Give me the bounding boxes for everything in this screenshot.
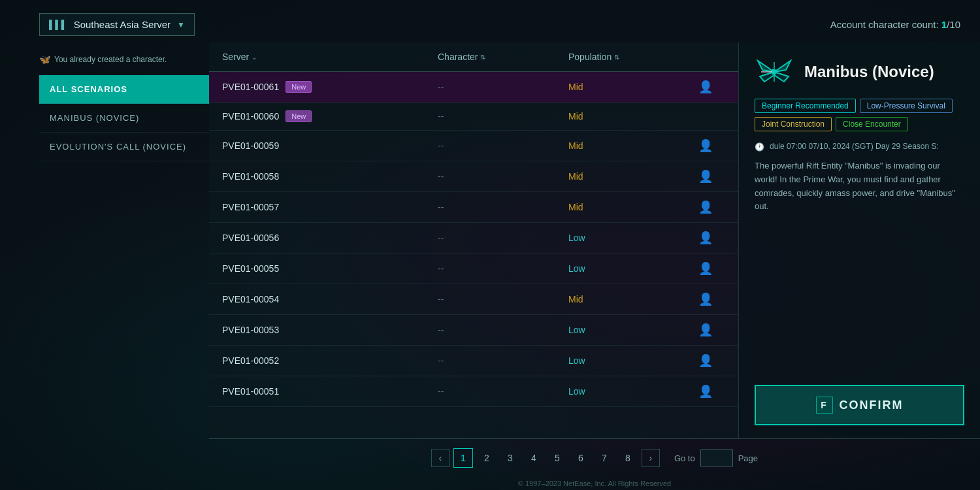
confirm-button[interactable]: F CONFIRM bbox=[755, 385, 964, 425]
col-icon-header bbox=[686, 52, 725, 62]
server-id: PVE01-00061 bbox=[222, 82, 279, 92]
person-icon: 👤 bbox=[686, 292, 725, 306]
page-label: Page bbox=[738, 453, 758, 463]
sidebar-notice: 🦋 You already created a character. bbox=[39, 49, 209, 75]
person-icon: 👤 bbox=[686, 384, 725, 399]
page-btn-7[interactable]: 7 bbox=[595, 448, 614, 468]
clock-icon: 🕐 bbox=[755, 142, 764, 152]
table-row[interactable]: PVE01-00051 -- Low 👤 bbox=[209, 376, 738, 407]
prev-page-button[interactable]: ‹ bbox=[431, 449, 449, 467]
table-row[interactable]: PVE01-00053 -- Low 👤 bbox=[209, 315, 738, 346]
server-name-cell: PVE01-00059 bbox=[222, 140, 438, 151]
population-cell: Low bbox=[568, 325, 686, 335]
new-badge: New bbox=[286, 110, 312, 122]
server-id: PVE01-00058 bbox=[222, 171, 279, 182]
character-cell: -- bbox=[438, 355, 568, 366]
person-icon: 👤 bbox=[686, 261, 725, 276]
page-btn-5[interactable]: 5 bbox=[547, 448, 567, 468]
goto-input[interactable] bbox=[700, 449, 733, 466]
server-name-cell: PVE01-00056 bbox=[222, 233, 438, 243]
scenario-header: Manibus (Novice) bbox=[755, 56, 964, 88]
server-name-cell: PVE01-00054 bbox=[222, 294, 438, 304]
new-badge: New bbox=[286, 81, 312, 93]
server-id: PVE01-00059 bbox=[222, 140, 279, 151]
server-name-cell: PVE01-00057 bbox=[222, 202, 438, 212]
page-btn-4[interactable]: 4 bbox=[524, 448, 544, 468]
server-name-label: Southeast Asia Server bbox=[74, 19, 171, 30]
pagination: ‹ 12345678 › Go to Page bbox=[209, 438, 980, 477]
server-id: PVE01-00052 bbox=[222, 355, 279, 366]
sidebar-item-evolutions-call[interactable]: EVOLUTION'S CALL (NOVICE) bbox=[39, 133, 209, 161]
character-cell: -- bbox=[438, 140, 568, 151]
header: ▌▌▌ Southeast Asia Server ▼ Account char… bbox=[0, 0, 980, 42]
server-name-cell: PVE01-00061 New bbox=[222, 81, 438, 93]
person-icon: 👤 bbox=[686, 80, 725, 94]
population-cell: Low bbox=[568, 233, 686, 243]
person-icon: 👤 bbox=[686, 139, 725, 153]
page-buttons: 12345678 bbox=[453, 448, 638, 468]
sort-character-icon[interactable]: ⇅ bbox=[480, 54, 485, 61]
server-id: PVE01-00051 bbox=[222, 386, 279, 397]
butterfly-icon: 🦋 bbox=[39, 54, 50, 65]
sidebar: 🦋 You already created a character. ALL S… bbox=[39, 42, 209, 490]
character-cell: -- bbox=[438, 171, 568, 182]
next-page-button[interactable]: › bbox=[642, 449, 660, 467]
signal-icon: ▌▌▌ bbox=[49, 20, 67, 29]
content-area: 🦋 You already created a character. ALL S… bbox=[0, 42, 980, 490]
server-name-cell: PVE01-00051 bbox=[222, 386, 438, 397]
server-selector[interactable]: ▌▌▌ Southeast Asia Server ▼ bbox=[39, 13, 195, 36]
confirm-key-badge: F bbox=[816, 397, 833, 414]
right-panel: Manibus (Novice) Beginner RecommendedLow… bbox=[738, 42, 980, 438]
sort-population-icon[interactable]: ⇅ bbox=[614, 54, 619, 61]
server-id: PVE01-00056 bbox=[222, 233, 279, 243]
schedule-info: 🕐 dule 07:00 07/10, 2024 (SGT) Day 29 Se… bbox=[755, 142, 964, 152]
server-id: PVE01-00057 bbox=[222, 202, 279, 212]
server-name-cell: PVE01-00055 bbox=[222, 263, 438, 274]
table-row[interactable]: PVE01-00056 -- Low 👤 bbox=[209, 223, 738, 253]
col-population: Population ⇅ bbox=[568, 52, 686, 62]
population-cell: Mid bbox=[568, 294, 686, 304]
table-row[interactable]: PVE01-00055 -- Low 👤 bbox=[209, 253, 738, 284]
server-name-cell: PVE01-00060 New bbox=[222, 110, 438, 122]
server-id: PVE01-00060 bbox=[222, 111, 279, 122]
scenario-tag: Low-Pressure Survival bbox=[860, 99, 953, 113]
population-cell: Mid bbox=[568, 171, 686, 182]
character-cell: -- bbox=[438, 82, 568, 92]
scenario-tag: Close Encounter bbox=[836, 117, 908, 131]
table-row[interactable]: PVE01-00058 -- Mid 👤 bbox=[209, 161, 738, 192]
table-row[interactable]: PVE01-00059 -- Mid 👤 bbox=[209, 131, 738, 161]
table-row[interactable]: PVE01-00052 -- Low 👤 bbox=[209, 346, 738, 376]
sidebar-item-all-scenarios[interactable]: ALL SCENARIOS bbox=[39, 75, 209, 104]
population-cell: Mid bbox=[568, 202, 686, 212]
col-character: Character ⇅ bbox=[438, 52, 568, 62]
scenario-description: The powerful Rift Entity "Manibus" is in… bbox=[755, 159, 964, 372]
server-id: PVE01-00053 bbox=[222, 325, 279, 335]
server-name-cell: PVE01-00052 bbox=[222, 355, 438, 366]
chevron-down-icon: ▼ bbox=[177, 20, 185, 29]
server-name-cell: PVE01-00053 bbox=[222, 325, 438, 335]
page-btn-3[interactable]: 3 bbox=[500, 448, 520, 468]
sort-server-icon[interactable]: ⌄ bbox=[252, 54, 257, 61]
table-header: Server ⌄ Character ⇅ Population ⇅ bbox=[209, 42, 738, 72]
sidebar-item-manibus[interactable]: MANIBUS (NOVICE) bbox=[39, 104, 209, 133]
page-btn-1[interactable]: 1 bbox=[453, 448, 473, 468]
population-cell: Mid bbox=[568, 140, 686, 151]
server-id: PVE01-00055 bbox=[222, 263, 279, 274]
page-btn-6[interactable]: 6 bbox=[571, 448, 591, 468]
scenario-tag: Beginner Recommended bbox=[755, 99, 856, 113]
page-btn-8[interactable]: 8 bbox=[618, 448, 638, 468]
person-icon: 👤 bbox=[686, 353, 725, 368]
table-row[interactable]: PVE01-00054 -- Mid 👤 bbox=[209, 284, 738, 315]
character-cell: -- bbox=[438, 202, 568, 212]
person-icon: 👤 bbox=[686, 200, 725, 214]
scenario-tag: Joint Construction bbox=[755, 117, 832, 131]
goto-section: Go to Page bbox=[674, 449, 758, 466]
table-row[interactable]: PVE01-00061 New -- Mid 👤 bbox=[209, 72, 738, 103]
table-row[interactable]: PVE01-00057 -- Mid 👤 bbox=[209, 192, 738, 223]
goto-label: Go to bbox=[674, 453, 695, 463]
table-row[interactable]: PVE01-00060 New -- Mid bbox=[209, 103, 738, 131]
account-info: Account character count: 1/10 bbox=[830, 19, 960, 30]
page-btn-2[interactable]: 2 bbox=[477, 448, 497, 468]
population-cell: Low bbox=[568, 355, 686, 366]
scenario-title: Manibus (Novice) bbox=[804, 63, 934, 81]
